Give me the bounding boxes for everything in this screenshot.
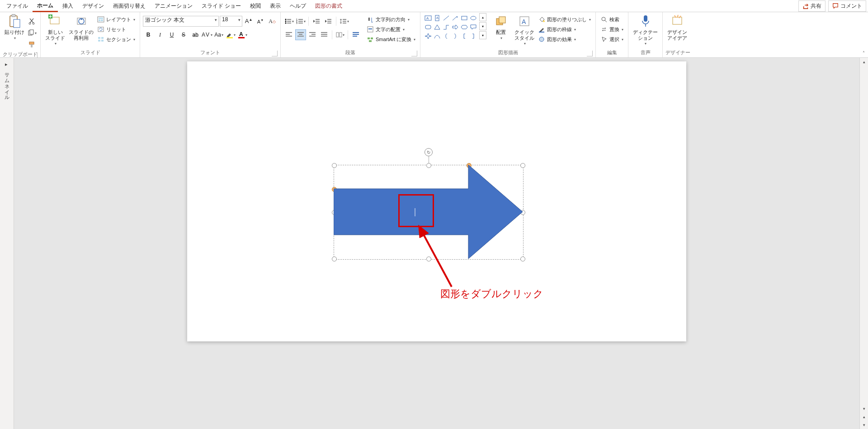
section-button[interactable]: セクション▾ <box>95 35 137 44</box>
italic-button[interactable]: I <box>155 29 165 40</box>
shape-rect[interactable] <box>460 14 468 22</box>
reset-button[interactable]: リセット <box>95 25 137 34</box>
character-spacing-button[interactable]: AV▾ <box>202 29 212 40</box>
reuse-slides-button[interactable]: スライドの 再利用 <box>67 13 95 42</box>
gallery-down[interactable]: ▾ <box>479 22 486 30</box>
font-color-button[interactable]: A▾ <box>237 29 248 40</box>
next-slide-button[interactable]: ▾ <box>860 421 868 429</box>
shape-roundrect[interactable] <box>424 23 432 31</box>
shape-line[interactable] <box>442 14 450 22</box>
align-center-button[interactable] <box>295 29 306 40</box>
shape-fill-button[interactable]: 図形の塗りつぶし▾ <box>536 15 593 24</box>
underline-button[interactable]: U <box>166 29 177 40</box>
highlight-button[interactable]: ▾ <box>225 29 236 40</box>
tab-help[interactable]: ヘルプ <box>285 0 311 11</box>
slide[interactable]: ↻ <box>187 61 686 341</box>
tab-review[interactable]: 校閲 <box>245 0 265 11</box>
layout-button[interactable]: レイアウト▾ <box>95 15 137 24</box>
shape-bracket-l[interactable] <box>460 32 468 40</box>
thumbnail-expand[interactable]: ▸サムネイル <box>4 61 10 98</box>
strikethrough-button[interactable]: S <box>178 29 189 40</box>
shape-brace-l[interactable] <box>442 32 450 40</box>
collapse-ribbon-button[interactable]: ˄ <box>860 49 867 56</box>
tab-design[interactable]: デザイン <box>78 0 108 11</box>
shape-hexagon[interactable] <box>460 23 468 31</box>
arrange-icon <box>494 14 508 28</box>
shape-brace-r[interactable] <box>451 32 459 40</box>
copy-button[interactable]: ▾ <box>26 28 37 38</box>
slide-canvas-area[interactable]: ↻ <box>14 58 859 429</box>
new-slide-button[interactable]: 新しい スライド ▾ <box>43 13 67 47</box>
bold-button[interactable]: B <box>143 29 154 40</box>
font-name-select[interactable]: 游ゴシック 本文 <box>143 16 219 27</box>
tab-insert[interactable]: 挿入 <box>58 0 78 11</box>
scroll-up[interactable]: ▴ <box>860 58 868 66</box>
columns-button[interactable]: ▾ <box>335 29 345 40</box>
paste-button[interactable]: 貼り付け ▾ <box>3 13 26 41</box>
vertical-scrollbar[interactable]: ▴ ▾ ▴ ▾ <box>859 58 868 429</box>
tab-shape-format[interactable]: 図形の書式 <box>311 0 347 11</box>
tab-file[interactable]: ファイル <box>2 0 33 11</box>
dialog-launcher-font[interactable] <box>272 51 278 56</box>
select-button[interactable]: 選択▾ <box>599 35 625 44</box>
increase-font-button[interactable]: A▲ <box>243 16 254 27</box>
align-text-button[interactable]: 文字の配置▾ <box>365 25 417 34</box>
quick-styles-button[interactable]: A クイック スタイル▾ <box>513 13 536 47</box>
tab-home[interactable]: ホーム <box>33 0 58 12</box>
clear-formatting-button[interactable]: A◇ <box>267 16 278 27</box>
increase-indent-button[interactable] <box>323 16 334 27</box>
shape-star4[interactable] <box>424 32 432 40</box>
shape-elbow[interactable] <box>442 23 450 31</box>
replace-button[interactable]: 置換▾ <box>599 25 625 34</box>
decrease-font-button[interactable]: A▼ <box>255 16 266 27</box>
prev-slide-button[interactable]: ▴ <box>860 413 868 421</box>
find-button[interactable]: 検索 <box>599 15 625 24</box>
tab-animations[interactable]: アニメーション <box>150 0 197 11</box>
font-size-select[interactable]: 18 <box>220 16 242 27</box>
thumbnail-pane-collapsed[interactable]: ▸サムネイル <box>0 58 14 429</box>
shape-bracket-r[interactable] <box>469 32 477 40</box>
dialog-launcher-drawing[interactable] <box>587 51 593 56</box>
tab-transitions[interactable]: 画面切り替え <box>108 0 150 11</box>
shapes-gallery[interactable]: A A <box>423 13 478 41</box>
design-ideas-button[interactable]: デザイン アイデア <box>665 13 689 42</box>
gallery-up[interactable]: ▴ <box>479 13 486 21</box>
shape-textbox-h[interactable]: A <box>424 14 432 22</box>
shape-block-arrow[interactable] <box>451 23 459 31</box>
decrease-indent-button[interactable] <box>311 16 322 27</box>
arrange-button[interactable]: 配置▾ <box>489 13 513 41</box>
group-slides: 新しい スライド ▾ スライドの 再利用 レイアウト▾ リセット セクション▾ … <box>41 12 140 57</box>
text-direction-button[interactable]: Ⅱ文字列の方向▾ <box>365 15 417 24</box>
scroll-down[interactable]: ▾ <box>860 405 868 413</box>
shape-freeform[interactable] <box>433 32 441 40</box>
group-editing: 検索 置換▾ 選択▾ 編集 <box>596 12 628 57</box>
shape-outline-button[interactable]: 図形の枠線▾ <box>536 25 593 34</box>
align-left-button[interactable] <box>283 29 294 40</box>
format-painter-button[interactable] <box>26 39 37 50</box>
line-spacing-button[interactable]: ▾ <box>339 16 349 27</box>
gallery-more[interactable]: ▾ <box>479 31 486 39</box>
tab-slideshow[interactable]: スライド ショー <box>197 0 245 11</box>
comment-button[interactable]: コメント <box>828 0 866 12</box>
distribute-rtl-button[interactable] <box>350 29 361 40</box>
shape-oval[interactable] <box>469 14 477 22</box>
dictate-button[interactable]: ディクテー ション▾ <box>631 13 660 47</box>
convert-smartart-button[interactable]: SmartArt に変換▾ <box>365 35 417 44</box>
change-case-button[interactable]: Aa▾ <box>213 29 224 40</box>
shape-arrow-line[interactable] <box>451 14 459 22</box>
dialog-launcher-paragraph[interactable] <box>411 51 417 56</box>
tab-view[interactable]: 表示 <box>265 0 285 11</box>
bullets-button[interactable]: ▾ <box>283 16 294 27</box>
share-label: 共有 <box>811 2 821 10</box>
shape-textbox-v[interactable]: A <box>433 14 441 22</box>
cut-button[interactable] <box>26 16 37 27</box>
shape-triangle[interactable] <box>433 23 441 31</box>
shape-callout[interactable] <box>469 23 477 31</box>
numbering-button[interactable]: 123▾ <box>295 16 306 27</box>
share-button[interactable]: 共有 <box>798 0 826 12</box>
shape-effects-button[interactable]: 図形の効果▾ <box>536 35 593 44</box>
svg-rect-65 <box>368 28 372 29</box>
text-shadow-button[interactable]: ab <box>190 29 201 40</box>
justify-button[interactable] <box>319 29 330 40</box>
align-right-button[interactable] <box>307 29 318 40</box>
